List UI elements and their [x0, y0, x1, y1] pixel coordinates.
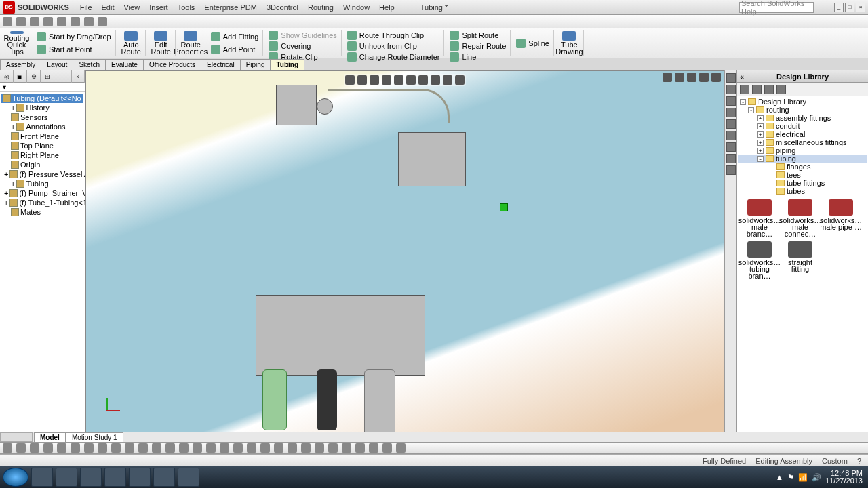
qat-icon[interactable] [16, 17, 26, 26]
st-icon[interactable] [193, 443, 202, 453]
dl-node-routing[interactable]: -routing [738, 106, 867, 114]
task-solidworks-icon[interactable] [104, 468, 126, 487]
tree-item-mates[interactable]: Mates [1, 207, 83, 217]
vp-four-icon[interactable] [699, 73, 709, 82]
covering-button[interactable]: Covering [267, 41, 338, 52]
st-icon[interactable] [125, 443, 134, 453]
tp-view-palette-icon[interactable] [726, 96, 736, 106]
st-icon[interactable] [382, 443, 392, 453]
st-icon[interactable] [396, 443, 406, 453]
tree-item-annotations[interactable]: +Annotations [1, 122, 83, 131]
change-diameter-button[interactable]: Change Route Diameter [346, 52, 441, 62]
view-settings-icon[interactable] [455, 75, 465, 85]
tree-item-front-plane[interactable]: Front Plane [1, 131, 83, 141]
dl-node-tubes[interactable]: tubes [738, 187, 867, 195]
route-properties-button[interactable]: Route Properties [177, 30, 205, 56]
graphics-viewport[interactable] [85, 70, 724, 432]
menu-insert[interactable]: Insert [145, 2, 172, 13]
st-icon[interactable] [315, 443, 324, 453]
menu-file[interactable]: File [76, 2, 96, 13]
show-guidelines-button[interactable]: Show Guidelines [267, 30, 338, 41]
st-icon[interactable] [206, 443, 216, 453]
menu-3dcontrol[interactable]: 3Dcontrol [262, 2, 302, 13]
start-at-point-button[interactable]: Start at Point [35, 44, 113, 55]
st-icon[interactable] [57, 443, 66, 453]
st-icon[interactable] [233, 443, 243, 453]
menu-view[interactable]: View [119, 2, 144, 13]
task-app-icon[interactable] [80, 468, 102, 487]
st-icon[interactable] [84, 443, 94, 453]
tree-item-right-plane[interactable]: Right Plane [1, 150, 83, 160]
tp-custom-props-icon[interactable] [726, 119, 736, 129]
task-chrome-icon[interactable] [56, 468, 77, 487]
fm-tab-expand[interactable]: » [71, 70, 85, 83]
tab-office-products[interactable]: Office Products [143, 59, 201, 70]
tp-appearances-icon[interactable] [726, 108, 736, 117]
taskbar-clock[interactable]: 12:48 PM11/27/2013 [825, 470, 863, 485]
qat-icon[interactable] [98, 17, 107, 26]
st-icon[interactable] [342, 443, 351, 453]
spline-button[interactable]: Spline [515, 38, 551, 49]
tab-layout[interactable]: Layout [41, 59, 73, 70]
tab-tubing[interactable]: Tubing [270, 59, 304, 70]
tree-item-top-plane[interactable]: Top Plane [1, 141, 83, 150]
dl-thumb-male-branch[interactable]: solidworks… male branc… [741, 199, 778, 237]
dl-node-assembly-fittings[interactable]: +assembly fittings [738, 114, 867, 122]
route-through-clip-button[interactable]: Route Through Clip [346, 30, 441, 41]
task-word-icon[interactable] [129, 468, 151, 487]
tree-root[interactable]: Tubing (Default<<No Structural [1, 94, 83, 103]
fm-filter[interactable]: ▼ [0, 83, 85, 92]
qat-icon[interactable] [30, 17, 39, 26]
scene-icon[interactable] [443, 75, 452, 85]
dl-config-icon[interactable] [776, 85, 786, 94]
qat-icon[interactable] [71, 17, 80, 26]
tab-motion-study[interactable]: Motion Study 1 [66, 432, 123, 443]
menu-tools[interactable]: Tools [174, 2, 199, 13]
fm-tab-property[interactable]: ▣ [14, 70, 27, 83]
section-view-icon[interactable] [382, 75, 391, 85]
add-fitting-button[interactable]: Add Fitting [210, 31, 260, 42]
dl-refresh-icon[interactable] [764, 85, 774, 94]
fm-tab-feature[interactable]: ◎ [0, 70, 14, 83]
vp-close-icon[interactable] [711, 73, 721, 82]
vp-link-icon[interactable] [687, 73, 696, 82]
tray-network-icon[interactable]: 📶 [798, 473, 808, 482]
prev-view-icon[interactable] [370, 75, 379, 85]
st-icon[interactable] [355, 443, 365, 453]
st-icon[interactable] [220, 443, 229, 453]
add-point-button[interactable]: Add Point [210, 44, 260, 55]
st-icon[interactable] [71, 443, 80, 453]
fm-tab-config[interactable]: ⚙ [27, 70, 41, 83]
st-icon[interactable] [301, 443, 311, 453]
menu-edit[interactable]: Edit [98, 2, 119, 13]
st-icon[interactable] [16, 443, 26, 453]
dl-node-tube-fittings[interactable]: tube fittings [738, 179, 867, 187]
dl-thumb-male-pipe[interactable]: solidworks… male pipe … [823, 199, 859, 237]
tree-item-tubing-folder[interactable]: +Tubing [1, 179, 83, 188]
vp-dual-icon[interactable] [675, 73, 684, 82]
tp-epdm-icon[interactable] [726, 154, 736, 163]
dl-node-piping[interactable]: +piping [738, 146, 867, 155]
tab-piping[interactable]: Piping [240, 59, 271, 70]
tree-item-pump[interactable]: +(f) Pump_Strainer_Valve<1> [1, 188, 83, 198]
tp-forum-icon[interactable] [726, 142, 736, 152]
start-drag-drop-button[interactable]: Start by Drag/Drop [35, 31, 113, 42]
tab-scroll-controls[interactable] [0, 432, 33, 442]
help-search[interactable]: Search SolidWorks Help [739, 2, 814, 13]
menu-routing[interactable]: Routing [304, 2, 338, 13]
qat-icon[interactable] [84, 17, 94, 26]
task-sw2-icon[interactable] [153, 468, 175, 487]
qat-icon[interactable] [43, 17, 53, 26]
tree-item-sensors[interactable]: Sensors [1, 113, 83, 122]
appearance-icon[interactable] [431, 75, 440, 85]
status-system[interactable]: Custom [822, 457, 848, 465]
st-icon[interactable] [274, 443, 283, 453]
repair-route-button[interactable]: Repair Route [448, 41, 507, 52]
st-icon[interactable] [152, 443, 161, 453]
dl-node-tees[interactable]: tees [738, 171, 867, 179]
tab-assembly[interactable]: Assembly [0, 59, 41, 70]
st-icon[interactable] [288, 443, 297, 453]
dl-node-design-library[interactable]: -Design Library [738, 98, 867, 106]
vp-single-icon[interactable] [663, 73, 672, 82]
dl-node-misc-fittings[interactable]: +miscellaneous fittings [738, 138, 867, 146]
